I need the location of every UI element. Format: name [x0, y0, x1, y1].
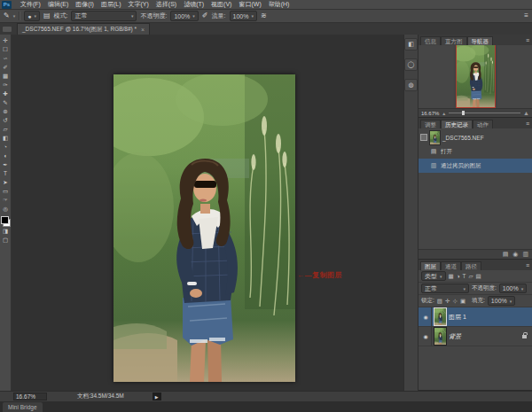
hand-tool[interactable]: ☞ [1, 196, 11, 205]
gradient-tool[interactable]: ◧ [1, 134, 11, 143]
menu-item-8[interactable]: 窗口(W) [235, 0, 264, 9]
airbrush-icon[interactable]: ≋ [261, 12, 267, 19]
history-tab-1[interactable]: 历史记录 [441, 120, 473, 128]
collapsed-panel-adjustments-icon[interactable]: ◧ [404, 38, 418, 51]
tool-preset-chevron-icon[interactable]: ▾ [13, 13, 16, 19]
zoom-in-icon[interactable]: ▲ [523, 110, 529, 116]
menu-item-7[interactable]: 视图(V) [207, 0, 235, 9]
layer-thumbnail[interactable] [434, 328, 446, 345]
dodge-tool[interactable]: ◖ [1, 152, 11, 160]
layer-filter-kind-icon-0[interactable]: ▦ [449, 273, 454, 280]
photo-document[interactable] [113, 74, 295, 382]
layer-filter-kind-icon-3[interactable]: ▱ [469, 273, 473, 280]
blend-mode-select[interactable]: 正常 ▾ [421, 284, 469, 293]
layers-tab-0[interactable]: 图层 [420, 261, 441, 270]
zoom-percent-field[interactable]: 16.67% [13, 393, 47, 400]
layer-filter-kind-icon-1[interactable]: ◑ [457, 273, 460, 280]
history-tab-0[interactable]: 调整 [420, 120, 441, 128]
pressure-opacity-icon[interactable]: ✐ [202, 12, 208, 19]
crop-tool[interactable]: ▦ [1, 72, 11, 81]
menu-item-2[interactable]: 图像(I) [72, 0, 98, 9]
visibility-cell[interactable]: ◉ [420, 327, 432, 346]
new-doc-from-state-icon[interactable]: ▤ [503, 251, 509, 258]
layer-opacity-field[interactable]: 100% ▾ [499, 284, 527, 293]
collapsed-panel-masks-icon[interactable]: ◯ [404, 58, 418, 71]
healing-brush-tool[interactable]: ✚ [1, 89, 11, 98]
navigator-tab-1[interactable]: 直方图 [441, 36, 467, 45]
path-selection-tool[interactable]: ➤ [1, 178, 11, 187]
history-item-2[interactable]: ▥通过拷贝的图层 [419, 159, 532, 173]
menu-item-3[interactable]: 图层(L) [98, 0, 125, 9]
close-icon[interactable]: × [141, 27, 145, 33]
panel-menu-icon[interactable]: ≡ [526, 37, 529, 43]
toggle-brush-panel-icon[interactable]: ▤ [43, 12, 51, 19]
eyedropper-tool[interactable]: ✑ [1, 81, 11, 89]
layer-filter-kind-icon-4[interactable]: ▤ [476, 273, 481, 280]
blur-tool[interactable]: ◔ [1, 143, 11, 152]
foreground-color-swatch[interactable] [1, 216, 9, 224]
eye-icon[interactable]: ◉ [423, 314, 427, 320]
history-tab-2[interactable]: 动作 [473, 120, 493, 128]
eraser-tool[interactable]: ▱ [1, 125, 11, 134]
navigator-zoom-value[interactable]: 16.67% [421, 111, 439, 116]
brush-tool[interactable]: ✎ [1, 98, 11, 107]
layer-filter-select[interactable]: 类型 ▾ [421, 271, 446, 281]
opacity-field[interactable]: 100% ▾ [170, 11, 198, 21]
document-tab[interactable]: _DSC7565.NEF @ 16.7%(图层 1, RGB/8#) * × [17, 23, 150, 35]
lock-icon-0[interactable]: ▨ [437, 298, 442, 305]
layer-row-0[interactable]: ◉图层 1 [419, 307, 532, 327]
history-item-0[interactable]: _DSC7565.NEF [419, 130, 532, 144]
collapsed-panel-info-icon[interactable]: ◍ [404, 79, 418, 91]
lock-icon-3[interactable]: ▣ [460, 298, 466, 305]
layers-tab-2[interactable]: 路径 [461, 261, 481, 270]
shape-tool[interactable]: ▭ [1, 187, 11, 196]
mini-bridge-tab[interactable]: Mini Bridge [3, 402, 43, 412]
navigator-tab-2[interactable]: 导航器 [467, 36, 494, 45]
zoom-out-icon[interactable]: ▲ [442, 111, 446, 116]
lock-icon-2[interactable]: ⊹ [452, 298, 457, 305]
pen-tool[interactable]: ✒ [1, 160, 11, 169]
brush-tool-icon[interactable]: ✎ [4, 12, 10, 19]
color-swatches[interactable] [1, 216, 11, 227]
move-tool[interactable]: ✛ [1, 36, 11, 45]
menu-item-1[interactable]: 编辑(E) [44, 0, 72, 9]
menu-item-5[interactable]: 选择(S) [153, 0, 180, 9]
layers-tab-1[interactable]: 通道 [441, 261, 461, 270]
layer-filter-kind-icon-2[interactable]: T [463, 273, 466, 280]
status-expand-button[interactable]: ▶ [153, 393, 161, 400]
type-tool[interactable]: T [1, 169, 11, 178]
quick-mask-icon[interactable]: ◨ [1, 227, 11, 236]
fill-field[interactable]: 100% ▾ [488, 296, 515, 306]
mode-select[interactable]: 正常 ▾ [71, 11, 137, 21]
history-item-1[interactable]: ▤打开 [419, 144, 532, 159]
workspace-switcher-icon[interactable]: ≡ [524, 12, 528, 19]
layer-row-1[interactable]: ◉背景 [419, 327, 532, 346]
history-brush-tool[interactable]: ↺ [1, 116, 11, 125]
navigator-thumbnail[interactable] [457, 45, 495, 107]
brush-preset-picker[interactable]: ● ▾ [24, 11, 40, 21]
screen-mode-icon[interactable]: ▢ [1, 236, 11, 245]
visibility-cell[interactable]: ◉ [420, 307, 432, 326]
menu-item-4[interactable]: 文字(Y) [124, 0, 152, 9]
lasso-tool[interactable]: ∽ [1, 54, 11, 63]
menu-item-9[interactable]: 帮助(H) [265, 0, 293, 9]
navigator-tab-0[interactable]: 信息 [420, 36, 441, 45]
quick-selection-tool[interactable]: ✐ [1, 63, 11, 72]
layer-thumbnail[interactable] [434, 308, 446, 325]
marquee-tool[interactable]: ☐ [1, 45, 11, 54]
canvas-area[interactable]: ←—复制图层 [12, 35, 403, 391]
zoom-tool[interactable]: ◎ [1, 205, 11, 214]
panel-menu-icon[interactable]: ≡ [526, 262, 529, 268]
menu-item-6[interactable]: 滤镜(T) [180, 0, 207, 9]
clone-stamp-tool[interactable]: ⊛ [1, 107, 11, 116]
lock-icon-1[interactable]: ✛ [445, 298, 450, 305]
flow-field[interactable]: 100% ▾ [230, 11, 257, 21]
delete-state-icon[interactable]: ▥ [522, 251, 528, 258]
history-brush-source-box[interactable] [420, 134, 427, 141]
navigator-zoom-slider[interactable] [449, 113, 520, 113]
toolbar-toggle[interactable] [3, 27, 12, 32]
panel-menu-icon[interactable]: ≡ [526, 120, 529, 127]
menu-item-0[interactable]: 文件(F) [17, 0, 44, 9]
eye-icon[interactable]: ◉ [423, 333, 427, 339]
new-snapshot-icon[interactable]: ◉ [512, 251, 518, 258]
